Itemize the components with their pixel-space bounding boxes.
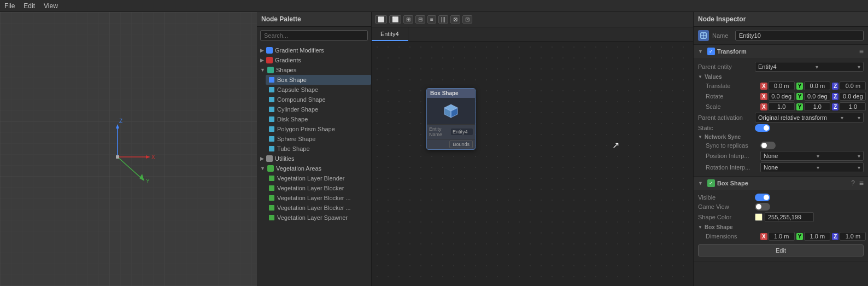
translate-z-label: Z xyxy=(832,83,838,90)
dimensions-y-label: Y xyxy=(796,233,804,240)
dimensions-x-field: X xyxy=(760,232,795,241)
dimensions-z-label: Z xyxy=(832,233,838,240)
tree-group-header-shapes[interactable]: ▼ Shapes xyxy=(257,65,371,75)
sphere-shape-label: Sphere Shape xyxy=(277,136,315,142)
leaf-compound-shape[interactable]: Compound Shape xyxy=(266,95,371,104)
scale-z-input[interactable] xyxy=(840,102,866,111)
svg-text:X: X xyxy=(151,154,155,160)
leaf-capsule-shape[interactable]: Capsule Shape xyxy=(266,85,371,95)
scale-x-field: X xyxy=(760,102,795,111)
rotate-z-field: Z xyxy=(832,92,866,101)
leaf-disk-shape[interactable]: Disk Shape xyxy=(266,114,371,124)
scale-z-label: Z xyxy=(832,103,838,110)
leaf-veg-layer-spawner[interactable]: Vegetation Layer Spawner xyxy=(266,213,371,223)
box-shape-menu-btn[interactable]: ≡ xyxy=(859,179,864,188)
edit-button[interactable]: Edit xyxy=(698,244,864,256)
menu-file[interactable]: File xyxy=(4,2,15,10)
translate-y-input[interactable] xyxy=(804,81,830,90)
menu-view[interactable]: View xyxy=(44,2,58,10)
tab-entity4[interactable]: Entity4 xyxy=(372,27,408,41)
tree-group-header-gradients[interactable]: ▶ Gradients xyxy=(257,55,371,65)
shape-color-swatch[interactable] xyxy=(755,213,763,221)
scale-x-input[interactable] xyxy=(769,102,795,111)
transform-arrow: ▼ xyxy=(698,49,703,54)
toolbar-btn-8[interactable]: ⊡ xyxy=(462,15,472,24)
rot-interp-arrow: ▾ xyxy=(817,165,819,171)
leaf-veg-layer-blocker[interactable]: Vegetation Layer Blocker xyxy=(266,183,371,193)
game-view-toggle[interactable] xyxy=(755,203,770,211)
scale-z-field: Z xyxy=(832,102,866,111)
dimensions-label: Dimensions xyxy=(698,233,758,240)
dimensions-x-input[interactable] xyxy=(769,232,795,241)
toolbar-btn-5[interactable]: ≡ xyxy=(427,15,436,24)
rotation-interp-dropdown[interactable]: None ▾ xyxy=(760,162,864,172)
graph-canvas[interactable]: Box Shape xyxy=(372,42,693,286)
transform-menu-btn[interactable]: ≡ xyxy=(859,47,864,56)
leaf-veg-layer-blocker2[interactable]: Vegetation Layer Blocker ... xyxy=(266,193,371,203)
leaf-cylinder-shape[interactable]: Cylinder Shape xyxy=(266,104,371,114)
shapes-icon xyxy=(267,67,274,73)
rotate-y-label: Y xyxy=(796,93,804,100)
palette-search-input[interactable] xyxy=(260,30,368,41)
rotate-z-input[interactable] xyxy=(840,92,866,101)
inspector-name-row: Name xyxy=(694,27,868,45)
shape-color-value[interactable]: 255,255,199 xyxy=(765,212,814,222)
position-interp-dropdown[interactable]: None ▾ xyxy=(760,151,864,161)
box-shape-help[interactable]: ? xyxy=(851,179,855,187)
center-panel: Node Palette ▶ Gradient Modifiers ▶ xyxy=(257,12,693,286)
leaf-veg-layer-blocker3[interactable]: Vegetation Layer Blocker ... xyxy=(266,203,371,213)
leaf-veg-layer-blender[interactable]: Vegetation Layer Blender xyxy=(266,173,371,183)
transform-section-header[interactable]: ▼ ✓ Transform ≡ xyxy=(694,45,868,58)
rotate-x-label: X xyxy=(760,93,767,100)
node-card-box-shape[interactable]: Box Shape xyxy=(426,88,476,150)
translate-row: Translate X Y Z xyxy=(698,81,864,90)
toolbar-btn-4[interactable]: ⊟ xyxy=(415,15,425,24)
translate-x-input[interactable] xyxy=(769,81,795,90)
visible-toggle[interactable] xyxy=(755,194,770,201)
parent-activation-dropdown[interactable]: Original relative transform ▾ xyxy=(755,113,864,122)
tree-group-header-vegetation[interactable]: ▼ Vegetation Areas xyxy=(257,164,371,173)
inspector-header: Node Inspector xyxy=(694,12,868,27)
veg-layer-blender-label: Vegetation Layer Blender xyxy=(277,175,345,182)
box-shape-section-header[interactable]: ▼ ✓ Box Shape ? ≡ xyxy=(694,177,868,190)
parent-entity-dropdown[interactable]: Entity4 ▾ xyxy=(755,62,864,72)
tree-arrow-vegetation: ▼ xyxy=(260,166,265,171)
toolbar-btn-1[interactable]: ⬜ xyxy=(375,15,387,24)
leaf-box-shape[interactable]: Box Shape xyxy=(266,75,371,85)
sync-replicas-toggle[interactable] xyxy=(760,142,776,149)
leaf-polygon-prism-shape[interactable]: Polygon Prism Shape xyxy=(266,124,371,134)
inspector-entity-icon xyxy=(698,30,709,41)
parent-activation-value: Original relative transform xyxy=(758,114,827,121)
toolbar-btn-7[interactable]: ⊠ xyxy=(450,15,460,24)
rotate-y-input[interactable] xyxy=(804,92,830,101)
dimensions-y-input[interactable] xyxy=(804,232,830,241)
viewport[interactable]: X Z Y xyxy=(0,12,257,286)
rotation-interp-label: Rotation Interp... xyxy=(698,164,758,171)
tree-group-header-utilities[interactable]: ▶ Utilities xyxy=(257,154,371,164)
veg-layer-spawner-label: Vegetation Layer Spawner xyxy=(277,214,348,221)
dimensions-z-input[interactable] xyxy=(840,232,866,241)
scale-y-input[interactable] xyxy=(804,102,830,111)
position-interp-row: Position Interp... None ▾ xyxy=(698,151,864,161)
entity-name-input[interactable] xyxy=(735,31,864,40)
leaf-sphere-shape[interactable]: Sphere Shape xyxy=(266,134,371,144)
visible-label: Visible xyxy=(698,194,753,201)
node-inspector: Node Inspector Name ▼ ✓ Transform ≡ xyxy=(693,12,868,286)
rotate-x-input[interactable] xyxy=(769,92,795,101)
rotate-label: Rotate xyxy=(698,93,758,100)
scale-xyz: X Y Z xyxy=(760,102,866,111)
tree-group-header-gradient-modifiers[interactable]: ▶ Gradient Modifiers xyxy=(257,45,371,55)
bounds-button[interactable]: Bounds xyxy=(449,141,473,148)
static-label: Static xyxy=(698,125,753,131)
toolbar-btn-6[interactable]: ||| xyxy=(438,15,448,24)
box-shape-body: Visible Game View Shape Color xyxy=(694,190,868,261)
veg-layer-blender-icon xyxy=(269,176,274,181)
toolbar-btn-3[interactable]: ⊞ xyxy=(403,15,413,24)
polygon-prism-icon xyxy=(269,126,274,132)
toolbar-btn-2[interactable]: ⬜ xyxy=(389,15,401,24)
scale-row: Scale X Y Z xyxy=(698,102,864,111)
translate-z-input[interactable] xyxy=(840,81,866,90)
static-toggle[interactable] xyxy=(755,124,770,132)
menu-edit[interactable]: Edit xyxy=(24,2,35,10)
leaf-tube-shape[interactable]: Tube Shape xyxy=(266,144,371,154)
